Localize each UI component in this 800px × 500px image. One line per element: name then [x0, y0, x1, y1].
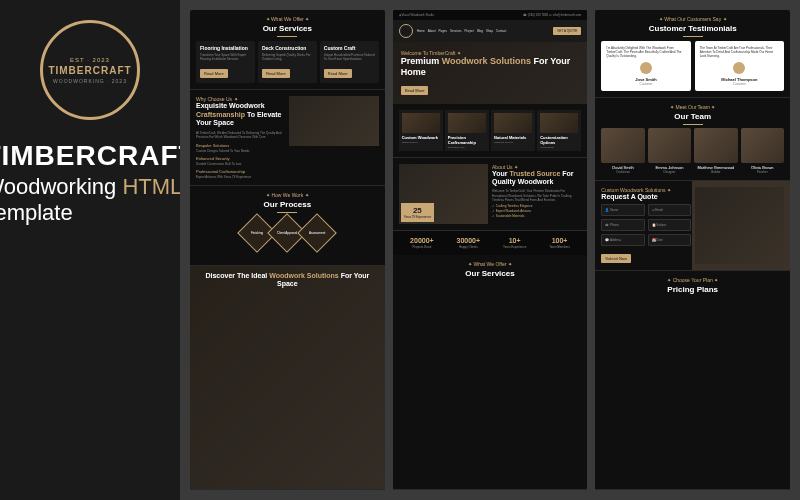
- service-card: Flooring Installation Transform Your Spa…: [196, 41, 255, 83]
- services-title: Our Services: [196, 24, 379, 33]
- quote-button[interactable]: GET A QUOTE: [553, 27, 581, 35]
- address-field[interactable]: 💬 Address: [601, 234, 644, 246]
- testimonial-card: The Team At TimberCraft Are True Profess…: [695, 41, 784, 91]
- testimonials-title: Customer Testimonials: [601, 24, 784, 33]
- nav-link[interactable]: Pages: [439, 29, 448, 33]
- services-eyebrow: ✦ What We Offer ✦: [196, 16, 379, 22]
- avatar-icon: [733, 62, 745, 74]
- sofa-image: [695, 187, 784, 264]
- read-more-button[interactable]: Read More: [324, 69, 352, 78]
- process-title: Our Process: [196, 200, 379, 209]
- logo-sub: WOODWORKING · 2023: [53, 78, 127, 84]
- brand-sidebar: EST · 2023 TIMBERCRAFT WOODWORKING · 202…: [0, 0, 180, 500]
- team-member: David SmithCraftsman: [601, 128, 644, 174]
- preview-col-3: ✦ What Our Customers Say ✦ Customer Test…: [595, 10, 790, 490]
- brand-logo: EST · 2023 TIMBERCRAFT WOODWORKING · 202…: [40, 20, 140, 120]
- preview-columns: ✦ What We Offer ✦ Our Services Flooring …: [180, 0, 800, 500]
- testimonial-card: I'm Absolutely Delighted With The Woodwo…: [601, 41, 690, 91]
- date-field[interactable]: 📅 Date: [648, 234, 691, 246]
- team-title: Our Team: [601, 112, 784, 121]
- avatar-icon: [640, 62, 652, 74]
- team-member: Emma JohnsonDesigner: [648, 128, 691, 174]
- quote-title: Request A Quote: [601, 193, 690, 201]
- nav-link[interactable]: Services: [450, 29, 462, 33]
- nav-link[interactable]: Contact: [496, 29, 506, 33]
- nav-link[interactable]: Project: [465, 29, 474, 33]
- main-nav: Home About Pages Services Project Blog S…: [393, 20, 588, 42]
- nav-logo-icon[interactable]: [399, 24, 413, 38]
- preview-col-2: ◈ Visual Woodwork Studio ☎ (234) 109 789…: [393, 10, 588, 490]
- nav-link[interactable]: Shop: [486, 29, 493, 33]
- discover-title: Discover The Ideal Woodwork Solutions Fo…: [196, 272, 379, 289]
- nav-link[interactable]: About: [428, 29, 436, 33]
- team-member: Olivia BrownFinisher: [741, 128, 784, 174]
- stats-row: 20000+Projects Done 30000+Happy Clients …: [393, 231, 588, 255]
- read-more-button[interactable]: Read More: [262, 69, 290, 78]
- why-title: Exquisite Woodwork Craftsmanship To Elev…: [196, 102, 285, 127]
- product-title: TIMBERCRAFT: [0, 140, 197, 172]
- read-more-button[interactable]: Read More: [200, 69, 228, 78]
- hero-title: Premium Woodwork Solutions For Your Home: [401, 56, 580, 78]
- bullet-icon: Bespoke Solutions: [196, 143, 285, 148]
- name-field[interactable]: 👤 Name: [601, 204, 644, 216]
- phone-field[interactable]: ☎ Phone: [601, 219, 644, 231]
- interior-image: [289, 96, 378, 146]
- pricing-title: Pricing Plans: [601, 285, 784, 294]
- nav-link[interactable]: Home: [417, 29, 425, 33]
- preview-col-1: ✦ What We Offer ✦ Our Services Flooring …: [190, 10, 385, 490]
- email-field[interactable]: ✉ Email: [648, 204, 691, 216]
- feature-card: Precision CraftsmanshipExpert Detail Wor…: [445, 110, 489, 151]
- subject-field[interactable]: 📋 Subject: [648, 219, 691, 231]
- logo-name: TIMBERCRAFT: [48, 65, 131, 76]
- feature-card: Customization OptionsFlexible Design: [537, 110, 581, 151]
- submit-button[interactable]: Submit Now: [601, 254, 631, 263]
- logo-est: EST · 2023: [70, 57, 110, 63]
- service-card: Custom Craft Unique Handcrafted Furnitur…: [320, 41, 379, 83]
- service-card: Deck Construction Delivering Superb Qual…: [258, 41, 317, 83]
- product-subtitle: Woodworking HTML Template: [0, 174, 197, 226]
- topbar: ◈ Visual Woodwork Studio ☎ (234) 109 789…: [393, 10, 588, 20]
- hero-cta-button[interactable]: Read More: [401, 86, 429, 95]
- about-title: Your Trusted Source For Quality Woodwork: [492, 170, 581, 187]
- experience-badge: 25 Years Of Experience: [401, 203, 434, 222]
- feature-card: Natural MaterialsSustainable Sourcing: [491, 110, 535, 151]
- team-member: Matthew GreenwoodBuilder: [694, 128, 737, 174]
- nav-link[interactable]: Blog: [477, 29, 483, 33]
- process-step: Assessment: [298, 213, 338, 253]
- feature-card: Custom WoodworkTailored Solutions: [399, 110, 443, 151]
